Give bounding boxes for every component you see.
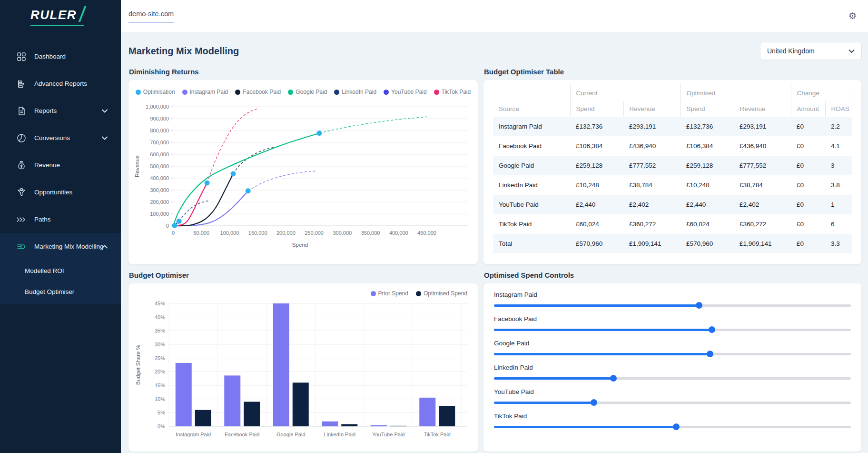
table-cell: 4.1 — [825, 136, 852, 156]
diminishing-returns-title: Diminishing Returns — [129, 68, 478, 76]
legend-item-linkedin-paid[interactable]: LinkedIn Paid — [334, 89, 376, 95]
table-row-facebook-paid: Facebook Paid£106,384£436,940£106,384£43… — [493, 136, 852, 156]
sidebar-subitem-label: Modelled ROI — [25, 267, 64, 274]
slider-label: TikTok Paid — [494, 413, 851, 420]
sidebar-item-dashboard[interactable]: Dashboard — [0, 43, 121, 70]
sidebar-subitem-modelled-roi[interactable]: Modelled ROI — [0, 260, 121, 281]
svg-text:40%: 40% — [155, 314, 165, 320]
table-cell: £436,940 — [734, 136, 791, 156]
reports-document-icon — [16, 106, 27, 116]
spend-slider-tiktok-paid[interactable] — [494, 423, 851, 430]
group-header-current: Current — [570, 83, 681, 101]
svg-text:900,000: 900,000 — [150, 116, 169, 121]
svg-text:100,000: 100,000 — [220, 230, 239, 236]
spend-slider-facebook-paid[interactable] — [494, 326, 851, 333]
legend-item-facebook-paid[interactable]: Facebook Paid — [235, 89, 281, 95]
optimised-spend-controls-panel: Optimised Spend Controls Instagram PaidF… — [483, 271, 861, 452]
svg-text:150,000: 150,000 — [248, 230, 267, 236]
sidebar-item-opportunities[interactable]: Opportunities — [0, 179, 121, 206]
legend-item-optimisation[interactable]: Optimisation — [136, 89, 175, 95]
legend-item-tiktok-paid[interactable]: TikTok Paid — [434, 89, 471, 95]
sidebar-item-marketing-mix-modelling[interactable]: Marketing Mix Modelling — [0, 233, 121, 260]
svg-text:0: 0 — [172, 230, 175, 236]
sidebar-item-advanced-reports[interactable]: Advanced Reports — [0, 70, 121, 97]
bar-prior-spend-tiktok-paid — [419, 398, 435, 426]
table-cell: 6 — [825, 214, 852, 234]
optimisation-point-youtube-paid — [172, 223, 177, 228]
spend-slider-youtube-paid[interactable] — [494, 399, 851, 406]
legend-label: Instagram Paid — [190, 89, 228, 95]
sidebar-item-conversions[interactable]: Conversions — [0, 124, 121, 151]
legend-item-optimised-spend[interactable]: Optimised Spend — [416, 290, 467, 297]
slider-thumb[interactable] — [696, 302, 702, 309]
site-tab-underline — [128, 22, 174, 23]
spend-control-instagram-paid: Instagram Paid — [494, 291, 851, 309]
table-cell: TikTok Paid — [493, 214, 570, 234]
bar-optimised-spend-linkedin-paid — [341, 424, 357, 426]
legend-dot — [182, 90, 187, 95]
slider-thumb[interactable] — [709, 326, 715, 333]
spend-control-tiktok-paid: TikTok Paid — [494, 413, 851, 430]
slider-thumb[interactable] — [707, 351, 713, 357]
sidebar-subitem-budget-optimiser[interactable]: Budget Optimiser — [0, 281, 121, 302]
legend-label: Optimised Spend — [424, 290, 467, 297]
sidebar-item-reports[interactable]: Reports — [0, 97, 121, 124]
legend-item-prior-spend[interactable]: Prior Spend — [371, 290, 408, 297]
region-dropdown[interactable]: United Kingdom — [760, 42, 862, 60]
slider-label: LinkedIn Paid — [494, 364, 851, 371]
table-cell: £132,736 — [681, 117, 734, 136]
budget-optimiser-table-title: Budget Optimiser Table — [484, 68, 861, 76]
group-header-change: Change — [791, 83, 852, 101]
bar-prior-spend-instagram-paid — [176, 363, 192, 426]
slider-thumb[interactable] — [591, 399, 597, 406]
budget-optimiser-title: Budget Optimiser — [129, 271, 478, 279]
ruler-logo[interactable]: RULER — [30, 8, 84, 26]
sidebar-item-label: Advanced Reports — [34, 80, 87, 87]
opportunities-funnel-icon — [16, 187, 27, 198]
diminishing-returns-panel: Diminishing Returns OptimisationInstagra… — [128, 68, 478, 264]
spend-slider-instagram-paid[interactable] — [494, 302, 851, 309]
table-cell: £106,384 — [570, 136, 623, 156]
table-row-tiktok-paid: TikTok Paid£60,024£360,272£60,024£360,27… — [493, 214, 852, 234]
spend-control-linkedin-paid: LinkedIn Paid — [494, 364, 851, 382]
slider-thumb[interactable] — [610, 375, 617, 382]
chevron-down-icon — [102, 136, 108, 140]
svg-text:20%: 20% — [155, 369, 165, 374]
legend-label: LinkedIn Paid — [342, 89, 376, 95]
slider-thumb[interactable] — [673, 423, 680, 430]
bar-optimised-spend-instagram-paid — [195, 410, 211, 426]
revenue-money-bag-icon — [16, 160, 27, 171]
sidebar: RULER Dashboard Advanced Reports — [0, 0, 121, 453]
table-group-header-row: Current Optimised Change — [493, 83, 852, 101]
legend-item-instagram-paid[interactable]: Instagram Paid — [182, 89, 228, 95]
legend-item-youtube-paid[interactable]: YouTube Paid — [384, 89, 427, 95]
svg-text:1,000,000: 1,000,000 — [146, 104, 169, 110]
table-cell: £38,784 — [734, 175, 791, 195]
svg-text:200,000: 200,000 — [276, 230, 296, 236]
slider-track-fill — [494, 353, 710, 355]
svg-text:Revenue: Revenue — [134, 155, 140, 177]
table-cell: £360,272 — [734, 214, 791, 234]
logo-wrap: RULER — [0, 0, 121, 30]
table-cell: Total — [493, 234, 570, 253]
table-cell: £0 — [791, 136, 825, 156]
panel-grid: Diminishing Returns OptimisationInstagra… — [128, 68, 862, 452]
bar-optimised-spend-youtube-paid — [390, 426, 406, 426]
budget-optimiser-table-card: Current Optimised Change Source Spend Re… — [483, 80, 861, 264]
spend-slider-linkedin-paid[interactable] — [494, 375, 851, 382]
site-tab[interactable]: demo-site.com — [128, 10, 174, 23]
sidebar-item-revenue[interactable]: Revenue — [0, 151, 121, 179]
settings-gear-icon[interactable]: ⚙ — [848, 11, 857, 20]
logo-text: RULER — [30, 8, 77, 22]
bar-optimised-spend-tiktok-paid — [439, 406, 455, 426]
sidebar-item-paths[interactable]: Paths — [0, 206, 121, 233]
svg-text:5%: 5% — [158, 410, 165, 415]
sidebar-item-label: Conversions — [34, 134, 70, 141]
legend-dot — [136, 90, 141, 95]
legend-item-google-paid[interactable]: Google Paid — [288, 89, 327, 95]
svg-text:400,000: 400,000 — [150, 175, 169, 181]
optimisation-point-facebook-paid — [231, 171, 236, 176]
spend-slider-google-paid[interactable] — [494, 351, 851, 357]
table-row-google-paid: Google Paid£259,128£777,552£259,128£777,… — [493, 156, 852, 175]
svg-text:500,000: 500,000 — [150, 163, 169, 169]
